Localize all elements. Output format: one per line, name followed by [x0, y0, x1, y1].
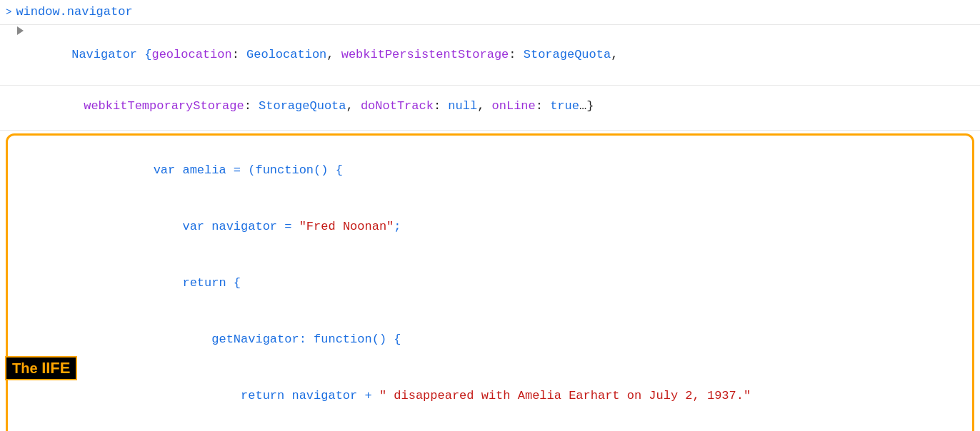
nav-prop-online: onLine — [492, 99, 536, 113]
iife-l4: getNavigator: function() { — [154, 333, 401, 346]
input-row-1: > window.navigator — [0, 0, 980, 25]
iife-line-2: var navigator = "Fred Noonan"; — [95, 199, 964, 255]
iife-line-4: getNavigator: function() { — [95, 312, 964, 368]
iife-l2a: var navigator = — [154, 220, 299, 233]
navigator-output-1b: webkitTemporaryStorage: StorageQuota, do… — [40, 99, 594, 126]
iife-l1: var amelia = (function() { — [154, 163, 343, 177]
nav-colon-1: : — [232, 48, 246, 61]
nav-val-dnt: null — [448, 99, 477, 113]
iife-line-3: return { — [95, 255, 964, 312]
iife-code: var amelia = (function() { var navigator… — [16, 143, 964, 431]
nav-val-wts: StorageQuota — [259, 99, 346, 113]
iife-line-5: return navigator + " disappeared with Am… — [95, 368, 964, 425]
input-chevron-1: > — [6, 5, 11, 20]
collapse-triangle-1[interactable] — [17, 26, 24, 35]
iife-label-text: IIFE — [41, 359, 70, 377]
iife-l2b: "Fred Noonan" — [299, 220, 394, 233]
iife-l3: return { — [154, 276, 241, 290]
nav-val-online: true — [550, 99, 579, 113]
output-row-navigator-1: Navigator {geolocation: Geolocation, web… — [0, 25, 980, 86]
nav-prop-wps: webkitPersistentStorage — [341, 48, 509, 61]
nav-label-1: Navigator { — [71, 48, 151, 61]
the-label: The — [12, 360, 41, 376]
nav-val-geo: Geolocation — [246, 48, 326, 61]
iife-line-1: var amelia = (function() { — [95, 143, 964, 199]
nav-prop-dnt: doNotTrack — [361, 99, 434, 113]
nav-val-wps: StorageQuota — [524, 48, 611, 61]
nav-prop-wts: webkitTemporaryStorage — [84, 99, 244, 113]
input-text-1: window.navigator — [16, 3, 132, 21]
iife-label: The IIFE — [5, 356, 77, 380]
iife-block: The IIFE var amelia = (function() { var … — [6, 133, 974, 431]
iife-line-6: } — [95, 425, 964, 431]
console-panel: > window.navigator Navigator {geolocatio… — [0, 0, 980, 431]
navigator-output-1: Navigator {geolocation: Geolocation, web… — [28, 28, 626, 83]
iife-l5b: " disappeared with Amelia Earhart on Jul… — [379, 389, 751, 402]
iife-l2c: ; — [394, 220, 401, 233]
iife-l5a: return navigator + — [154, 389, 379, 402]
nav-prop-geo: geolocation — [151, 48, 231, 61]
